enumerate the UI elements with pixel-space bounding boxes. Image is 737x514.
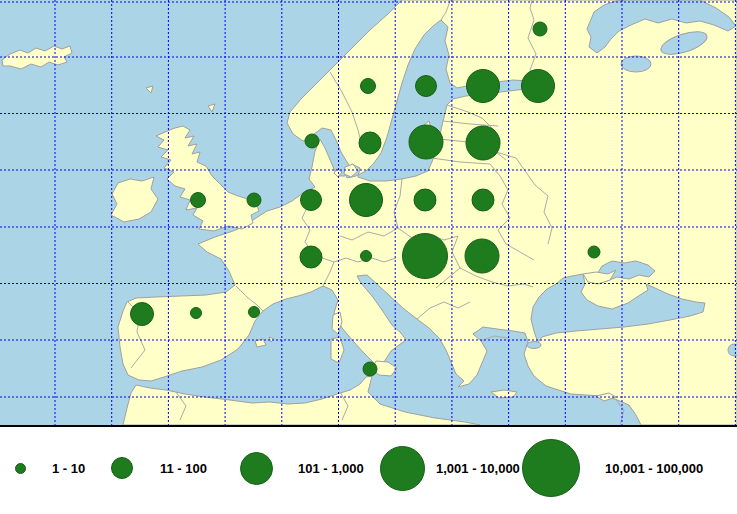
occurrence-circle [301,190,322,211]
occurrence-circle [522,70,555,103]
occurrence-circle [191,308,202,319]
legend-label: 11 - 100 [160,461,207,476]
occurrence-circle [361,79,376,94]
occurrence-circle [249,307,260,318]
occurrence-circle [466,126,500,160]
legend-symbol-circle [111,457,133,479]
occurrence-circle [359,132,381,154]
occurrence-circle [533,22,547,36]
occurrence-circle [465,239,499,273]
occurrence-circle [191,193,206,208]
occurrence-circle [300,246,322,268]
occurrence-circle [305,134,319,148]
occurrence-circle [588,246,600,258]
map-area [0,0,737,426]
legend-label: 10,001 - 100,000 [605,461,703,476]
map-export-frame: 1 - 1011 - 100101 - 1,0001,001 - 10,0001… [0,0,737,514]
occurrence-circle [247,193,261,207]
occurrence-circle [467,70,500,103]
legend-label: 1 - 10 [52,461,85,476]
europe-map [0,0,737,425]
occurrence-circle [363,362,377,376]
legend-symbol-circle [240,452,273,485]
occurrence-circle [414,189,436,211]
occurrence-circle [403,234,448,279]
occurrence-circle [409,125,443,159]
lake-ladoga [621,56,651,72]
legend-label: 1,001 - 10,000 [436,461,520,476]
occurrence-circle [131,303,154,326]
occurrence-circle [416,76,437,97]
sea-of-marmara [527,342,541,349]
occurrence-circle [361,251,372,262]
legend-label: 101 - 1,000 [298,461,364,476]
occurrence-circle [472,189,494,211]
legend-symbol-circle [380,446,425,491]
occurrence-circle [350,184,383,217]
legend-symbol-circle [522,439,580,497]
legend-symbol-circle [15,463,26,474]
legend-bar: 1 - 1011 - 100101 - 1,0001,001 - 10,0001… [0,426,737,514]
